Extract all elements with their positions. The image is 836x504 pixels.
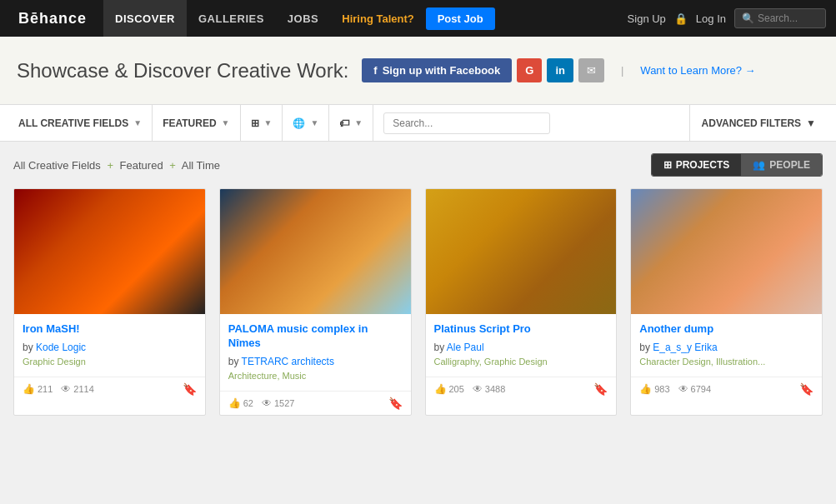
view-count: 3488 bbox=[485, 384, 505, 394]
project-tags: Character Design, Illustration... bbox=[639, 357, 813, 367]
view-stat: 👁 6794 bbox=[678, 383, 711, 395]
nav-hiring[interactable]: Hiring Talent? bbox=[330, 0, 425, 37]
bookmark-icon[interactable]: 🔖 bbox=[388, 397, 403, 410]
project-title: Platinus Script Pro bbox=[434, 322, 608, 337]
project-stats: 👍 211 👁 2114 🔖 bbox=[14, 377, 205, 401]
like-stat: 👍 62 bbox=[228, 397, 253, 409]
project-stats: 👍 205 👁 3488 🔖 bbox=[426, 377, 617, 401]
project-author: by TETRARC architects bbox=[228, 356, 403, 367]
chevron-down-icon: ▼ bbox=[133, 118, 142, 127]
filter-grid-view[interactable]: ⊞ ▼ bbox=[241, 105, 283, 142]
nav-galleries[interactable]: GALLERIES bbox=[187, 0, 276, 37]
chevron-down-icon: ▼ bbox=[310, 118, 318, 127]
view-count: 2114 bbox=[73, 384, 93, 394]
project-info: Platinus Script Pro by Ale Paul Calligra… bbox=[426, 314, 617, 377]
globe-icon: 🌐 bbox=[293, 117, 305, 129]
like-count: 211 bbox=[38, 384, 53, 394]
author-link[interactable]: Kode Logic bbox=[36, 342, 86, 353]
hero-buttons: f Sign up with Facebook G in ✉ bbox=[362, 58, 604, 82]
author-link[interactable]: Ale Paul bbox=[447, 342, 484, 353]
filter-bar: ALL CREATIVE FIELDS ▼ FEATURED ▼ ⊞ ▼ 🌐 ▼… bbox=[0, 105, 836, 142]
nav-signup[interactable]: Sign Up bbox=[628, 12, 666, 25]
view-toggle: ⊞ PROJECTS 👥 PEOPLE bbox=[651, 153, 823, 177]
bookmark-icon[interactable]: 🔖 bbox=[799, 382, 813, 396]
toggle-projects-button[interactable]: ⊞ PROJECTS bbox=[652, 154, 742, 176]
bookmark-icon[interactable]: 🔖 bbox=[593, 382, 608, 396]
project-author: by Ale Paul bbox=[434, 342, 608, 353]
signup-email-button[interactable]: ✉ bbox=[578, 58, 604, 82]
people-icon: 👥 bbox=[753, 159, 765, 171]
signup-google-button[interactable]: G bbox=[517, 58, 542, 82]
filter-featured[interactable]: FEATURED ▼ bbox=[153, 105, 240, 142]
logo[interactable]: Bēhance bbox=[10, 10, 95, 27]
project-tags: Architecture, Music bbox=[228, 371, 403, 381]
project-author: by E_a_s_y Erika bbox=[639, 342, 813, 353]
project-info: Iron MaSH! by Kode Logic Graphic Design bbox=[14, 314, 205, 377]
like-count: 205 bbox=[449, 384, 464, 394]
project-info: Another dump by E_a_s_y Erika Character … bbox=[631, 314, 822, 377]
thumb-up-icon: 👍 bbox=[23, 383, 35, 395]
nav-login[interactable]: Log In bbox=[696, 12, 726, 25]
search-icon: 🔍 bbox=[742, 12, 754, 24]
chevron-down-icon: ▼ bbox=[806, 117, 816, 129]
hero-title: Showcase & Discover Creative Work: bbox=[17, 59, 348, 82]
chevron-down-icon: ▼ bbox=[222, 118, 230, 127]
advanced-filters-button[interactable]: ADVANCED FILTERS ▼ bbox=[689, 105, 828, 142]
project-card[interactable]: PALOMA music complex in Nîmes by TETRARC… bbox=[219, 188, 412, 416]
chevron-down-icon: ▼ bbox=[354, 118, 363, 127]
nav-right: Sign Up 🔒 Log In 🔍 Search... bbox=[628, 8, 826, 28]
nav-post-job[interactable]: Post Job bbox=[426, 7, 495, 30]
tag-icon: 🏷 bbox=[339, 117, 349, 129]
hero-section: Showcase & Discover Creative Work: f Sig… bbox=[0, 37, 836, 105]
view-count: 1527 bbox=[274, 398, 294, 408]
toggle-people-button[interactable]: 👥 PEOPLE bbox=[741, 154, 822, 176]
like-stat: 👍 983 bbox=[639, 383, 669, 395]
nav-search[interactable]: 🔍 Search... bbox=[734, 8, 826, 28]
nav-jobs[interactable]: JOBS bbox=[276, 0, 330, 37]
view-stat: 👁 1527 bbox=[262, 397, 294, 409]
thumb-up-icon: 👍 bbox=[639, 383, 652, 395]
project-author: by Kode Logic bbox=[23, 342, 197, 353]
grid-icon: ⊞ bbox=[251, 117, 259, 129]
search-input[interactable] bbox=[383, 112, 550, 134]
filter-tags[interactable]: 🏷 ▼ bbox=[329, 105, 373, 142]
filter-search bbox=[373, 112, 688, 134]
filter-creative-fields[interactable]: ALL CREATIVE FIELDS ▼ bbox=[8, 105, 153, 142]
author-link[interactable]: TETRARC architects bbox=[242, 356, 334, 367]
eye-icon: 👁 bbox=[262, 397, 272, 409]
project-thumbnail bbox=[14, 189, 205, 314]
project-tags: Calligraphy, Graphic Design bbox=[434, 357, 608, 367]
eye-icon: 👁 bbox=[473, 383, 483, 395]
project-card[interactable]: Another dump by E_a_s_y Erika Character … bbox=[630, 188, 823, 416]
nav-discover[interactable]: DISCOVER bbox=[103, 0, 187, 37]
signup-linkedin-button[interactable]: in bbox=[547, 58, 573, 82]
grid-icon: ⊞ bbox=[663, 159, 672, 171]
learn-more-link[interactable]: Want to Learn More? → bbox=[640, 64, 755, 77]
view-count: 6794 bbox=[691, 384, 711, 394]
project-title: Another dump bbox=[639, 322, 813, 337]
signup-facebook-button[interactable]: f Sign up with Facebook bbox=[362, 58, 512, 82]
project-thumbnail bbox=[631, 189, 822, 314]
content-header: All Creative Fields + Featured + All Tim… bbox=[0, 142, 836, 188]
bookmark-icon[interactable]: 🔖 bbox=[183, 382, 197, 396]
project-stats: 👍 62 👁 1527 🔖 bbox=[220, 391, 411, 415]
project-title: Iron MaSH! bbox=[23, 322, 197, 337]
like-count: 983 bbox=[654, 384, 669, 394]
chevron-down-icon: ▼ bbox=[264, 118, 273, 127]
project-title: PALOMA music complex in Nîmes bbox=[228, 322, 403, 351]
project-info: PALOMA music complex in Nîmes by TETRARC… bbox=[220, 314, 411, 391]
filter-location[interactable]: 🌐 ▼ bbox=[283, 105, 329, 142]
view-stat: 👁 2114 bbox=[61, 383, 93, 395]
project-thumbnail bbox=[220, 189, 411, 314]
author-link[interactable]: E_a_s_y Erika bbox=[653, 342, 717, 353]
thumb-up-icon: 👍 bbox=[228, 397, 241, 409]
view-stat: 👁 3488 bbox=[473, 383, 505, 395]
project-card[interactable]: Iron MaSH! by Kode Logic Graphic Design … bbox=[13, 188, 206, 416]
project-card[interactable]: Platinus Script Pro by Ale Paul Calligra… bbox=[425, 188, 618, 416]
like-stat: 👍 211 bbox=[23, 383, 53, 395]
project-thumbnail bbox=[426, 189, 617, 314]
like-stat: 👍 205 bbox=[434, 383, 464, 395]
project-tags: Graphic Design bbox=[23, 357, 197, 367]
like-count: 62 bbox=[243, 398, 253, 408]
hero-divider: | bbox=[621, 64, 623, 77]
